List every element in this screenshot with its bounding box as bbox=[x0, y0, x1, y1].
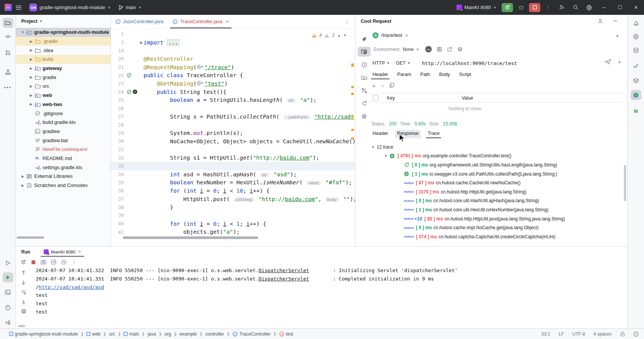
code-line-21[interactable]: 21@RequestMapping(▼"/trace") bbox=[111, 63, 355, 71]
close-icon[interactable]: ✕ bbox=[226, 19, 229, 24]
pull-requests-tool-button[interactable] bbox=[3, 48, 13, 57]
url-input[interactable]: http://localhost:9090/trace/test bbox=[422, 60, 517, 66]
chevron-down-icon[interactable]: ▼ bbox=[20, 30, 26, 34]
settings-button[interactable] bbox=[584, 3, 595, 12]
more-tools-button[interactable]: ••• bbox=[3, 82, 13, 92]
add-row-icon[interactable]: + bbox=[372, 82, 376, 89]
save-icon[interactable] bbox=[437, 47, 442, 52]
line-ending[interactable]: LF bbox=[559, 331, 564, 337]
rerun-icon[interactable] bbox=[21, 259, 26, 265]
rerun-button[interactable] bbox=[502, 3, 513, 12]
dependencies-icon[interactable] bbox=[631, 76, 641, 86]
more-icon[interactable]: ⋮ bbox=[71, 259, 76, 265]
run-tab[interactable]: MainKt 8080 ✕ bbox=[41, 247, 84, 257]
close-icon[interactable]: ✕ bbox=[405, 33, 408, 38]
maximize-button[interactable]: ☐ bbox=[612, 0, 628, 15]
chevron-down-icon[interactable]: ▼ bbox=[384, 154, 390, 158]
code-line-35[interactable]: 35 boolean hexNumber = HexUtil.isHexNumb… bbox=[111, 178, 355, 187]
chevron-right-icon[interactable]: ▶ bbox=[28, 40, 34, 43]
code-line-27[interactable]: 27 String s = PathUtils.collectPath( ...… bbox=[111, 112, 355, 121]
settings-icon[interactable] bbox=[358, 111, 371, 121]
code-line-32[interactable]: 32 String s1 = HttpUtil.get("http://baid… bbox=[111, 154, 355, 162]
chevron-right-icon[interactable]: ▶ bbox=[28, 67, 34, 70]
stop-button[interactable] bbox=[529, 3, 540, 12]
chevron-right-icon[interactable]: ▶ bbox=[28, 75, 34, 79]
send-options-icon[interactable]: ▼ bbox=[618, 60, 621, 64]
code-line-19[interactable]: 19 bbox=[111, 46, 355, 55]
collections-icon[interactable] bbox=[358, 73, 371, 82]
trace-row[interactable]: Hutool[ 1 ] mscn.hutool.core.util.HexUti… bbox=[355, 205, 627, 214]
down-stack-icon[interactable] bbox=[20, 280, 27, 285]
request-tab-header[interactable]: Header bbox=[373, 72, 388, 79]
tree-item-readme-md[interactable]: M↓README.md bbox=[16, 154, 110, 163]
code-line-38[interactable]: 38 } bbox=[111, 203, 355, 211]
breadcrumb-item-web[interactable]: web bbox=[86, 331, 100, 337]
minimize-button[interactable]: ─ bbox=[596, 0, 612, 15]
refresh-icon[interactable] bbox=[458, 47, 462, 52]
tools-icon[interactable] bbox=[358, 86, 371, 95]
up-stack-icon[interactable] bbox=[20, 270, 27, 275]
history-icon[interactable] bbox=[61, 260, 66, 265]
panel-user-icon[interactable] bbox=[598, 19, 603, 24]
print-icon[interactable] bbox=[20, 309, 27, 314]
trace-row[interactable]: Hutool[ 0 ] mscn.hutool.cache.impl.NoCac… bbox=[355, 223, 627, 232]
request-tab-script[interactable]: Script bbox=[459, 72, 471, 79]
breadcrumb-item-example[interactable]: example bbox=[180, 331, 197, 337]
add-request-tab-button[interactable]: + bbox=[616, 32, 619, 39]
tree-item-settings-gradle-kts[interactable]: settings.gradle.kts bbox=[16, 163, 110, 172]
environment-icon[interactable] bbox=[358, 47, 371, 57]
tree-item--gradle[interactable]: ▶.gradle bbox=[16, 37, 110, 46]
environment-value[interactable]: None bbox=[403, 47, 414, 52]
run-config-widget[interactable]: MainKt 8080 ▼ bbox=[453, 0, 500, 15]
unlock-icon[interactable] bbox=[620, 331, 625, 336]
spring-icon[interactable] bbox=[358, 34, 371, 44]
tree-item-newfile-coolrequest[interactable]: NewFile.coolrequest bbox=[16, 145, 110, 154]
trace-row[interactable]: [ 0 ] msorg.springframework.util.StringU… bbox=[355, 160, 627, 170]
code-line-22[interactable]: 22public class TraceController { bbox=[111, 71, 355, 79]
code-line-39[interactable]: 39 bbox=[111, 211, 355, 220]
problems-tool-button[interactable] bbox=[3, 303, 13, 312]
tree-item-build[interactable]: ▶build bbox=[16, 55, 110, 64]
request-tab[interactable]: G /trace/test ✕ bbox=[373, 32, 408, 38]
code-line-23[interactable]: 23 @GetMapping(▼"test") bbox=[111, 79, 355, 88]
tree-item-gateway[interactable]: ▶gateway bbox=[16, 64, 110, 73]
tree-item-gradle-springboot-multi-module[interactable]: ▼gradle-springboot-multi-module bbox=[16, 28, 110, 37]
console-link[interactable]: http://sad/sad/asd/asd bbox=[39, 284, 104, 290]
curl-icon[interactable]: curl bbox=[425, 46, 432, 52]
project-tree-hscrollbar[interactable] bbox=[17, 236, 44, 239]
green-m-plugin-icon[interactable]: M bbox=[631, 106, 641, 116]
breadcrumb-item-org[interactable]: org bbox=[164, 331, 171, 337]
tab-options-icon[interactable]: ⋮ bbox=[344, 19, 350, 25]
console-hscrollbar[interactable] bbox=[18, 325, 25, 327]
trace-row[interactable]: [ 1 ] msio.swagger.v3.core.util.PathUtil… bbox=[355, 170, 627, 179]
code-line-34[interactable]: 34 int asd = HashUtil.apHash( str: "asd"… bbox=[111, 170, 355, 179]
tree-item-build-gradle-kts[interactable]: build.gradle.kts bbox=[16, 118, 110, 127]
chevron-right-icon[interactable]: ▶ bbox=[20, 174, 26, 178]
code-line-30[interactable]: 30 NoCache<Object, Object> objects = Cac… bbox=[111, 137, 355, 146]
tree-item-scratches-and-consoles[interactable]: ▶Scratches and Consoles bbox=[16, 181, 110, 190]
response-tab-header[interactable]: Header bbox=[373, 131, 388, 138]
soft-wrap-icon[interactable] bbox=[20, 290, 27, 295]
tree-item-web[interactable]: ▶web bbox=[16, 91, 110, 100]
hide-panel-icon[interactable] bbox=[613, 19, 617, 23]
chevron-down-icon[interactable]: ▼ bbox=[416, 48, 419, 51]
console-output[interactable]: 2024-07-07 10:41:41.322 INFO 550250 --- … bbox=[36, 266, 626, 316]
chevron-right-icon[interactable]: ▶ bbox=[28, 102, 34, 106]
file-encoding[interactable]: UTF-8 bbox=[572, 331, 585, 337]
code-line-33[interactable]: 33 bbox=[111, 162, 355, 170]
editor-tab-tracecontroller.java[interactable]: CTraceController.java✕ bbox=[168, 15, 234, 29]
code-with-me-button[interactable] bbox=[556, 3, 568, 12]
copy-icon[interactable] bbox=[390, 82, 394, 89]
next-problem-icon[interactable]: ▼ bbox=[343, 33, 347, 37]
chevron-right-icon[interactable]: ▶ bbox=[28, 84, 34, 88]
thread-dump-icon[interactable] bbox=[41, 260, 46, 265]
code-line-37[interactable]: 37 HttpUtil.post( urlString: "http://bai… bbox=[111, 195, 355, 203]
gradle-icon[interactable] bbox=[631, 61, 641, 71]
inspections-widget[interactable]: 4 2 ▲ ▼ bbox=[310, 32, 348, 38]
code-line-24[interactable]: 24 public String test(){ bbox=[111, 88, 355, 96]
trace-row[interactable]: Hutool+10[ 85 ] mscn.hutool.http.HttpUti… bbox=[355, 214, 627, 223]
method-select[interactable]: GET▼ bbox=[396, 60, 411, 66]
project-panel-header[interactable]: Project ▼ bbox=[16, 15, 110, 28]
chevron-right-icon[interactable]: ▶ bbox=[28, 57, 34, 61]
response-tab-trace[interactable]: Trace bbox=[428, 131, 440, 138]
